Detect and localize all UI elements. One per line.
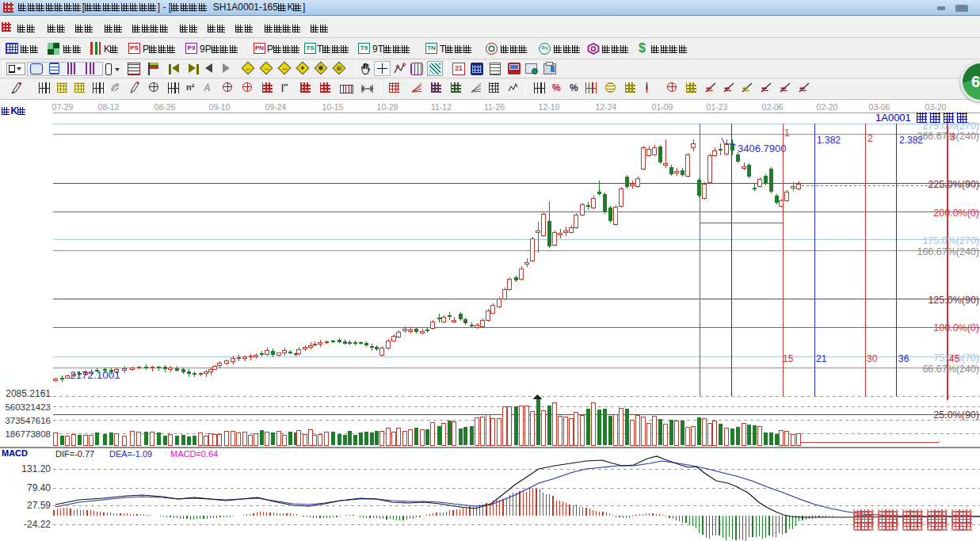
svg-text:21: 21 (816, 353, 827, 364)
svg-text:03-20: 03-20 (925, 102, 947, 112)
svg-text:11-26: 11-26 (484, 102, 505, 112)
svg-text:266.67%(240): 266.67%(240) (917, 131, 979, 142)
svg-text:09-24: 09-24 (265, 102, 287, 112)
svg-text:3406.7900: 3406.7900 (738, 143, 786, 154)
svg-text:175.0%(270): 175.0%(270) (922, 235, 979, 246)
svg-text:45: 45 (949, 353, 960, 364)
svg-text:12-10: 12-10 (539, 102, 560, 112)
svg-text:100.0%(0): 100.0%(0) (933, 322, 979, 333)
svg-text:373547616: 373547616 (5, 416, 51, 425)
svg-text:36: 36 (898, 353, 909, 364)
svg-text:DEA=-1.09: DEA=-1.09 (109, 449, 152, 459)
svg-text:3: 3 (950, 131, 955, 143)
svg-text:1: 1 (784, 128, 790, 139)
svg-text:08-12: 08-12 (98, 102, 120, 112)
svg-text:2: 2 (868, 133, 873, 144)
svg-text:10-15: 10-15 (322, 102, 344, 112)
svg-text:25.0%(90): 25.0%(90) (933, 410, 979, 421)
svg-text:131.20: 131.20 (21, 463, 51, 474)
svg-text:10-29: 10-29 (377, 102, 398, 112)
svg-text:2172.1001: 2172.1001 (70, 369, 120, 381)
svg-text:30: 30 (867, 353, 878, 364)
svg-text:79.40: 79.40 (27, 482, 51, 493)
svg-text:08-26: 08-26 (154, 102, 176, 112)
svg-text:MACD=0.64: MACD=0.64 (170, 449, 218, 459)
svg-text:12-24: 12-24 (596, 102, 617, 112)
svg-text:07-29: 07-29 (52, 102, 74, 112)
svg-text:560321423: 560321423 (5, 402, 51, 412)
svg-text:DIF=-0.77: DIF=-0.77 (55, 449, 94, 459)
svg-text:186773808: 186773808 (5, 429, 51, 439)
svg-text:166.67%(240): 166.67%(240) (917, 246, 979, 257)
svg-text:27.59: 27.59 (27, 500, 51, 511)
svg-text:66.67%(240): 66.67%(240) (922, 364, 979, 375)
svg-text:225.0%(90): 225.0%(90) (928, 179, 979, 190)
svg-text:1.382: 1.382 (817, 135, 841, 146)
svg-text:03-06: 03-06 (869, 102, 890, 112)
svg-text:02-06: 02-06 (762, 102, 784, 112)
svg-text:2085.2161: 2085.2161 (6, 388, 51, 399)
svg-text:2.382: 2.382 (899, 135, 923, 146)
svg-text:01-09: 01-09 (652, 102, 673, 112)
svg-text:15: 15 (783, 353, 794, 364)
svg-text:11-12: 11-12 (431, 102, 452, 112)
svg-text:09-10: 09-10 (209, 102, 231, 112)
svg-text:01-23: 01-23 (707, 102, 728, 112)
svg-text:02-20: 02-20 (817, 102, 838, 112)
svg-text:125.0%(90): 125.0%(90) (928, 295, 979, 306)
svg-text:-24.22: -24.22 (24, 519, 51, 530)
svg-text:200.0%(0): 200.0%(0) (933, 208, 979, 219)
